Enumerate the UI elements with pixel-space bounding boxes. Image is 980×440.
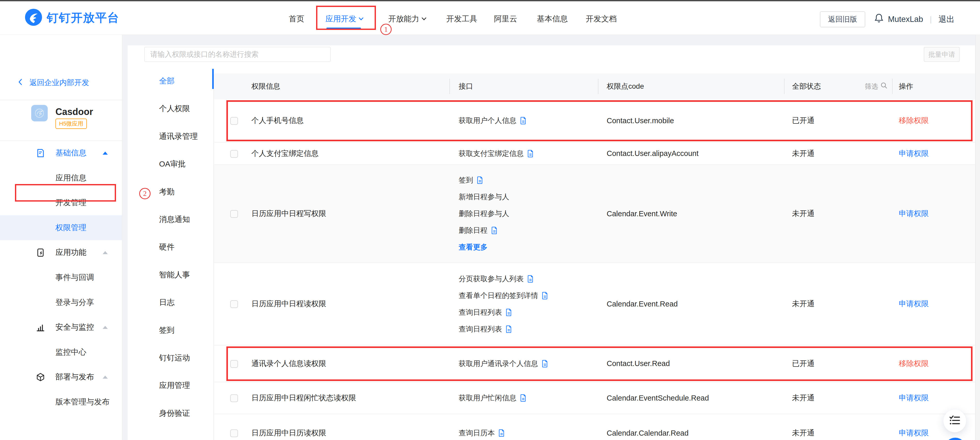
api-doc-icon[interactable] xyxy=(542,360,548,368)
table-row[interactable]: 日历应用中日程写权限签到新增日程参与人删除日程参与人删除日程查看更多Calend… xyxy=(214,165,975,263)
apply-permission-link[interactable]: 申请权限 xyxy=(899,414,929,440)
table-row[interactable]: 通讯录个人信息读权限获取用户通讯录个人信息Contact.User.Read已开… xyxy=(214,345,975,382)
category-item-10[interactable]: 签到 xyxy=(127,316,213,344)
nav-tab-5[interactable]: 阿里云 xyxy=(494,13,517,24)
header-user-area: MutexLab | 退出 xyxy=(874,13,955,26)
permission-code: Contact.User.Read xyxy=(607,345,670,382)
apply-permission-link[interactable]: 申请权限 xyxy=(899,143,929,164)
api-doc-icon[interactable] xyxy=(506,308,512,316)
sidebar-item-2[interactable]: 应用信息 xyxy=(0,165,122,191)
interface-label: 查询日程列表 xyxy=(459,324,502,334)
category-item-8[interactable]: 智能人事 xyxy=(127,261,213,288)
category-item-3[interactable]: 通讯录管理 xyxy=(127,122,213,150)
table-row[interactable]: 日历应用中日程闲忙状态读权限获取用户忙闲信息Calendar.EventSche… xyxy=(214,382,975,414)
api-doc-icon[interactable] xyxy=(498,429,505,437)
sidebar-group-8[interactable]: 安全与监控 xyxy=(0,315,122,340)
status-filter-button[interactable]: 筛选 xyxy=(865,73,888,99)
api-doc-icon[interactable] xyxy=(527,275,534,283)
bell-icon[interactable] xyxy=(874,13,884,26)
sidebar-item-label: 开发管理 xyxy=(56,197,86,208)
row-checkbox[interactable] xyxy=(230,394,238,402)
table-row[interactable]: 个人支付宝绑定信息获取支付宝绑定信息Contact.User.alipayAcc… xyxy=(214,143,975,165)
username[interactable]: MutexLab xyxy=(888,15,923,24)
category-item-1[interactable]: 全部 xyxy=(127,67,213,95)
chevron-down-icon xyxy=(422,16,426,20)
back-to-old-version-button[interactable]: 返回旧版 xyxy=(820,11,865,27)
page-scrollbar[interactable] xyxy=(975,35,980,440)
nav-tab-3[interactable]: 开放能力 xyxy=(388,13,426,24)
interface-label: 查询日历本 xyxy=(459,428,495,438)
interface-entry: 查询日程列表 xyxy=(459,304,548,321)
api-doc-icon[interactable] xyxy=(506,325,512,333)
caret-up-icon[interactable] xyxy=(103,376,108,379)
category-item-7[interactable]: 硬件 xyxy=(127,233,213,261)
logout-link[interactable]: 退出 xyxy=(939,14,955,25)
category-item-2[interactable]: 个人权限 xyxy=(127,95,213,122)
sidebar-group-5[interactable]: 应用功能 xyxy=(0,240,122,265)
checklist-float-button[interactable] xyxy=(943,410,966,432)
batch-apply-button[interactable]: 批量申请 xyxy=(924,47,959,62)
api-doc-icon[interactable] xyxy=(520,394,527,402)
remove-permission-link[interactable]: 移除权限 xyxy=(899,345,929,382)
sidebar-item-4[interactable]: 权限管理 xyxy=(0,215,122,240)
table-row[interactable]: 日历应用中日历读权限查询日历本Calendar.Calendar.Read未开通… xyxy=(214,414,975,440)
category-item-13[interactable]: 身份验证 xyxy=(127,399,213,427)
row-checkbox[interactable] xyxy=(230,429,238,437)
sidebar-item-7[interactable]: 登录与分享 xyxy=(0,290,122,315)
back-to-internal-dev-link[interactable]: 返回企业内部开发 xyxy=(18,78,89,87)
sidebar-item-9[interactable]: 监控中心 xyxy=(0,340,122,365)
caret-up-icon[interactable] xyxy=(103,152,108,155)
category-item-6[interactable]: 消息通知 xyxy=(127,205,213,233)
category-item-11[interactable]: 钉钉运动 xyxy=(127,344,213,372)
sidebar-item-11[interactable]: 版本管理与发布 xyxy=(0,389,122,415)
api-doc-icon[interactable] xyxy=(527,150,534,157)
permission-code: Contact.User.mobile xyxy=(607,99,674,142)
interface-label: 获取用户忙闲信息 xyxy=(459,393,516,403)
caret-up-icon[interactable] xyxy=(103,326,108,329)
caret-up-icon[interactable] xyxy=(103,251,108,254)
nav-tab-4[interactable]: 开发工具 xyxy=(446,13,477,24)
sidebar-item-6[interactable]: 事件与回调 xyxy=(0,265,122,290)
app-sidebar: 返回企业内部开发 Casdoor H5微应用 基础信息应用信息开发管理权限管理应… xyxy=(0,35,122,440)
column-header: 接口 xyxy=(459,73,473,99)
nav-tab-1[interactable]: 首页 xyxy=(289,13,304,24)
nav-tab-6[interactable]: 基本信息 xyxy=(537,13,568,24)
sidebar-group-10[interactable]: 部署与发布 xyxy=(0,364,122,389)
status-text: 未开通 xyxy=(792,165,815,262)
interface-entry: 获取用户个人信息 xyxy=(459,113,527,129)
row-checkbox[interactable] xyxy=(230,210,238,218)
remove-permission-link[interactable]: 移除权限 xyxy=(899,99,929,142)
table-row[interactable]: 个人手机号信息获取用户个人信息Contact.User.mobile已开通移除权… xyxy=(214,99,975,143)
permission-name: 日历应用中日程写权限 xyxy=(251,165,326,262)
category-item-12[interactable]: 应用管理 xyxy=(127,372,213,399)
nav-tab-2[interactable]: 应用开发 xyxy=(325,13,363,24)
row-checkbox[interactable] xyxy=(230,117,238,125)
apply-permission-link[interactable]: 申请权限 xyxy=(899,165,929,262)
search-input[interactable] xyxy=(145,47,331,62)
sidebar-group-1[interactable]: 基础信息 xyxy=(0,140,122,165)
sidebar-item-label: 版本管理与发布 xyxy=(56,397,110,407)
app-type-badge: H5微应用 xyxy=(56,119,87,129)
dingtalk-open-platform-page: 钉钉开放平台 首页应用开发开放能力开发工具阿里云基本信息开发文档 返回旧版 Mu… xyxy=(0,0,980,440)
table-row[interactable]: 日历应用中日程读权限分页获取参与人列表查看单个日程的签到详情查询日程列表查询日程… xyxy=(214,263,975,345)
apply-permission-link[interactable]: 申请权限 xyxy=(899,382,929,414)
filter-label: 筛选 xyxy=(865,82,878,91)
interface-label: 获取用户通讯录个人信息 xyxy=(459,359,538,369)
category-item-4[interactable]: OA审批 xyxy=(127,150,213,178)
api-doc-icon[interactable] xyxy=(491,227,498,234)
sidebar-item-3[interactable]: 开发管理 xyxy=(0,190,122,215)
view-more-link[interactable]: 查看更多 xyxy=(459,239,509,256)
api-doc-icon[interactable] xyxy=(542,292,548,300)
row-checkbox[interactable] xyxy=(230,300,238,308)
row-checkbox[interactable] xyxy=(230,360,238,368)
api-doc-icon[interactable] xyxy=(520,117,527,124)
row-checkbox[interactable] xyxy=(230,150,238,158)
column-divider xyxy=(598,79,598,94)
apply-permission-link[interactable]: 申请权限 xyxy=(899,263,929,345)
dingtalk-logo: 钉钉开放平台 xyxy=(25,9,119,27)
category-item-9[interactable]: 日志 xyxy=(127,288,213,316)
nav-tab-7[interactable]: 开发文档 xyxy=(586,13,617,24)
api-doc-icon[interactable] xyxy=(477,176,483,184)
column-divider xyxy=(449,79,450,94)
search-filter-icon xyxy=(880,82,888,91)
